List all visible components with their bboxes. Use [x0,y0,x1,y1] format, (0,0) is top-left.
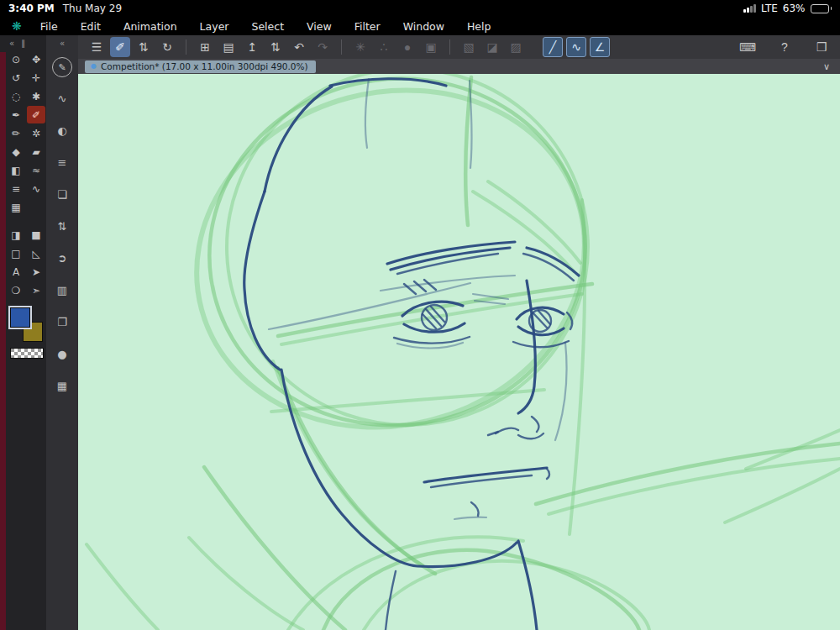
ruler-line-icon: ╱ [549,40,556,54]
menu-window[interactable]: Window [403,20,444,33]
line-arrow-icon: ➤ [32,266,40,278]
grid-frame-icon: ▦ [11,202,20,213]
pen-tool[interactable]: ✒ [7,106,25,123]
line-tool[interactable]: ➤ [27,263,45,281]
gradient-tool[interactable]: ◨ [7,226,25,244]
pen-nib-icon: ✒ [12,109,20,121]
auto-select-tool[interactable]: ✱ [27,87,45,105]
object-tool[interactable]: ➣ [27,281,45,299]
fill-tool[interactable]: ◧ [7,161,25,179]
menu-layer[interactable]: Layer [200,20,229,33]
tab-bar-collapse-chevron-icon[interactable]: ∨ [823,61,833,72]
timeline-panel-button[interactable]: ▥ [51,279,73,301]
eyedropper-tool[interactable]: ◆ [7,143,25,160]
edge-keyboard-strip[interactable] [0,52,6,630]
eraser-tool[interactable]: ▰ [27,143,45,160]
color-wheel-panel-button[interactable]: ◐ [51,119,73,141]
menu-select[interactable]: Select [251,20,284,33]
redo-button[interactable]: ↷ [312,37,333,57]
subtool-panel-button[interactable]: ✎ [52,57,72,77]
open-file-button[interactable]: ▤ [218,37,239,57]
material-panel-button[interactable]: ▦ [51,375,73,396]
brush-icon: ✐ [32,109,40,121]
menu-view[interactable]: View [307,20,332,33]
speech-balloon-icon: ❍ [12,285,21,297]
magnifier-icon: ⊙ [12,54,20,66]
collapse-panels-icon[interactable]: « [60,39,65,48]
gesture-guide-button[interactable]: ↻ [157,37,177,57]
angle-ruler-icon: ∠ [595,40,606,54]
color-wheel-icon: ◐ [57,124,66,137]
undo-button[interactable]: ↶ [289,37,309,57]
hide-interface-button[interactable]: ❒ [811,37,832,57]
primary-color-swatch[interactable] [10,307,30,328]
menu-animation[interactable]: Animation [123,20,177,33]
fullscreen-frame-icon: ❒ [816,40,827,54]
move-tool[interactable]: ✛ [27,69,45,87]
polyline-tool[interactable]: ◺ [27,244,45,262]
new-canvas-button[interactable]: ⊞ [195,37,215,57]
document-tab[interactable]: ● Competition* (17.00 x 11.00in 300dpi 4… [85,60,316,73]
filter-effect-button[interactable]: ✳ [350,37,370,57]
layer-property-panel-button[interactable]: ❐ [51,311,73,333]
share-panel-button[interactable]: ➲ [51,247,73,269]
hand-tool[interactable]: ✥ [27,50,45,68]
layer-panel-button[interactable]: ❏ [51,183,73,205]
palette-drag-handle[interactable]: ∥ [21,39,25,48]
gesture-help-button[interactable]: ? [774,37,795,57]
collapse-palette-icon[interactable]: « [9,39,14,48]
airbrush-tool[interactable]: ✲ [27,124,45,142]
brush-size-panel-button[interactable]: ∿ [51,87,73,109]
new-page-icon: ⊞ [200,40,210,54]
color-mix-panel-button[interactable]: ● [51,343,73,365]
crop-frame-button[interactable]: ▣ [421,37,441,57]
subtool-stepper[interactable]: ⇅ [134,37,154,57]
spray-button[interactable]: ∴ [374,37,394,57]
balloon-tool[interactable]: ❍ [7,281,25,299]
figure-tool[interactable]: ■ [27,226,45,244]
correction-panel-button[interactable]: ⇅ [51,215,73,237]
battery-percent: 63% [783,3,806,14]
selection-area-tool[interactable]: □ [7,244,25,262]
hatching-tool[interactable]: ≡ [7,180,25,197]
snap-to-grid-toggle[interactable]: ∠ [590,37,610,57]
menu-file[interactable]: File [40,20,58,33]
text-tool[interactable]: A [7,263,25,281]
menu-filter[interactable]: Filter [354,20,381,33]
brush-tool[interactable]: ✐ [27,106,45,123]
object-arrow-icon: ➣ [32,285,40,297]
snap-to-special-ruler-toggle[interactable]: ∿ [566,37,586,57]
menu-bar: ❋ FileEditAnimationLayerSelectViewFilter… [0,17,840,35]
blob-brush-button[interactable]: ● [397,37,417,57]
lasso-tool[interactable]: ◌ [7,87,25,105]
film-frames-icon: ▥ [57,284,67,297]
frame-border-tool[interactable]: ▦ [7,198,25,216]
blend-tool[interactable]: ≈ [27,161,45,179]
main-menu-button[interactable]: ☰ [87,37,107,57]
selection-border-button[interactable]: ▨ [506,37,526,57]
tool-property-panel-button[interactable]: ≡ [51,151,73,173]
rotate-gesture-icon: ↻ [162,40,172,54]
operation-tool-button[interactable]: ✐ [110,37,130,57]
liquify-tool[interactable]: ∿ [27,180,45,197]
menu-help-label: Help [467,20,491,33]
canvas-stepper[interactable]: ⇅ [265,37,286,57]
invert-selection-button[interactable]: ◪ [482,37,502,57]
snap-to-ruler-toggle[interactable]: ╱ [543,37,563,57]
edge-keyboard-button[interactable]: ⌨ [738,37,758,57]
menu-help[interactable]: Help [467,20,491,33]
transparent-color-swatch[interactable] [10,348,44,359]
pencil-icon: ✏ [12,128,20,139]
pencil-tool[interactable]: ✏ [7,124,25,142]
solid-square-icon: ■ [31,229,40,241]
drawing-canvas[interactable] [78,74,840,630]
export-button[interactable]: ↥ [242,37,262,57]
deselect-button[interactable]: ▧ [459,37,479,57]
menu-edit[interactable]: Edit [81,20,101,33]
airbrush-icon: ✲ [32,128,40,139]
zoom-tool[interactable]: ⊙ [7,50,25,68]
menu-window-label: Window [403,20,444,33]
rotate-canvas-tool[interactable]: ↺ [7,69,25,87]
magic-wand-icon: ✱ [32,91,40,102]
left-tool-rail: « ∥ ⊙✥↺✛◌✱✒✐✏✲◆▰◧≈≡∿▦ ◨■□◺A➤❍➣ « [0,35,78,630]
